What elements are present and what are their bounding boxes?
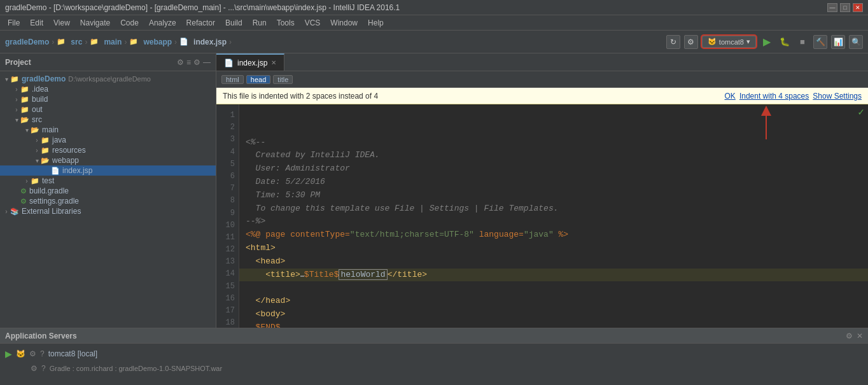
bc-tag-head[interactable]: head xyxy=(246,75,270,84)
tree-item-webapp[interactable]: ▾ 📂 webapp xyxy=(0,155,216,165)
bottom-panel-content: ▶ 🐱 ⚙ ? tomcat8 [local] ⚙ ? Gradle : com… xyxy=(0,344,868,385)
breadcrumb-src[interactable]: src xyxy=(71,38,82,46)
expand-arrow-gradledemo: ▾ xyxy=(3,76,10,83)
minimize-button[interactable]: — xyxy=(827,3,837,12)
build-artifacts-button[interactable]: 🔨 xyxy=(813,35,827,49)
debug-button[interactable]: 🐛 xyxy=(778,35,792,49)
tree-item-java[interactable]: › 📁 java xyxy=(0,135,216,145)
tree-item-out[interactable]: › 📁 out xyxy=(0,104,216,115)
checkmark-indicator: ✓ xyxy=(858,106,864,118)
code-editor[interactable]: 1 2 3 4 5 6 7 8 9 10 11 12 13 14 15 16 1… xyxy=(216,104,868,328)
tab-bar: 📄 index.jsp ✕ xyxy=(216,53,868,71)
sync-button[interactable]: ↻ xyxy=(666,35,680,49)
bottom-gear-icon[interactable]: ⚙ xyxy=(846,332,853,340)
breadcrumb-project[interactable]: gradleDemo xyxy=(5,38,49,46)
notification-text: This file is indented with 2 spaces inst… xyxy=(223,92,378,101)
editor-tab-indexjsp[interactable]: 📄 index.jsp ✕ xyxy=(216,53,284,71)
tree-item-build[interactable]: › 📁 build xyxy=(0,94,216,104)
run-button[interactable]: ▶ xyxy=(760,35,774,49)
menu-code[interactable]: Code xyxy=(115,17,144,29)
tab-label: index.jsp xyxy=(237,59,267,67)
menu-navigate[interactable]: Navigate xyxy=(75,17,115,29)
bc-tag-title[interactable]: title xyxy=(273,75,293,84)
menu-vcs[interactable]: VCS xyxy=(300,17,326,29)
restore-button[interactable]: □ xyxy=(840,3,850,12)
notification-ok-button[interactable]: OK xyxy=(725,92,736,101)
expand-arrow-out: › xyxy=(13,106,20,113)
settingsgradle-icon: ⚙ xyxy=(20,197,27,206)
code-comment-user: User: Administrator xyxy=(246,164,350,173)
tree-label-src: src xyxy=(32,115,42,124)
tab-file-icon: 📄 xyxy=(224,59,234,67)
deploy-sub-icon: ? xyxy=(41,364,46,373)
code-content[interactable]: <%-- Created by IntelliJ IDEA. User: Adm… xyxy=(239,104,868,328)
server-name: tomcat8 [local] xyxy=(48,349,97,358)
tree-label-external: External Libraries xyxy=(22,207,81,216)
code-head-close: </head> xyxy=(256,296,291,305)
menu-refactor[interactable]: Refactor xyxy=(181,17,220,29)
expand-arrow-test: › xyxy=(23,178,31,185)
breadcrumb-webapp[interactable]: webapp xyxy=(143,38,172,46)
menu-tools[interactable]: Tools xyxy=(272,17,300,29)
code-title-line: <title>$Title$heloWorld</title> xyxy=(239,269,868,282)
notification-settings-button[interactable]: Show Settings xyxy=(813,92,862,101)
tree-item-resources[interactable]: › 📁 resources xyxy=(0,145,216,155)
tree-label-webapp: webapp xyxy=(52,156,79,165)
bottom-close-icon[interactable]: ✕ xyxy=(857,332,863,340)
close-button[interactable]: ✕ xyxy=(853,3,863,12)
panel-settings-icon[interactable]: ⚙ xyxy=(193,58,200,67)
tree-item-settingsgradle[interactable]: ⚙ settings.gradle xyxy=(0,196,216,206)
breadcrumb-main[interactable]: main xyxy=(104,38,122,46)
tree-path-gradledemo: D:\workspace\gradleDemo xyxy=(68,75,151,83)
server-item-1[interactable]: ▶ 🐱 ⚙ ? tomcat8 [local] xyxy=(5,347,863,360)
menu-run[interactable]: Run xyxy=(248,17,272,29)
code-indent1 xyxy=(246,256,256,266)
panel-gear-icon[interactable]: ⚙ xyxy=(177,58,184,67)
tree-item-test[interactable]: › 📁 test xyxy=(0,176,216,186)
menu-view[interactable]: View xyxy=(48,17,75,29)
tree-label-idea: .idea xyxy=(32,85,48,94)
code-head-open: <head> xyxy=(256,256,286,266)
tree-item-idea[interactable]: › 📁 .idea xyxy=(0,84,216,94)
code-dollar-end: $END$ xyxy=(246,323,281,328)
tree-item-gradledemo[interactable]: ▾ 📁 gradleDemo D:\workspace\gradleDemo xyxy=(0,74,216,84)
server-item-2[interactable]: ⚙ ? Gradle : com.richard : gradleDemo-1.… xyxy=(5,363,863,374)
server-question-icon: ? xyxy=(40,349,45,358)
notification-indent-button[interactable]: Indent with 4 spaces xyxy=(739,92,809,101)
menu-edit[interactable]: Edit xyxy=(25,17,48,29)
breadcrumb-file[interactable]: index.jsp xyxy=(193,38,227,46)
stop-button[interactable]: ■ xyxy=(795,35,809,49)
run-config-selector[interactable]: 🐱 tomcat8 ▾ xyxy=(702,36,756,48)
search-everywhere-button[interactable]: 🔍 xyxy=(849,35,863,49)
menu-analyze[interactable]: Analyze xyxy=(144,17,181,29)
bottom-panel-title: Application Servers xyxy=(5,332,77,340)
notification-bar: This file is indented with 2 spaces inst… xyxy=(216,88,868,104)
main-layout: Project ⚙ ≡ ⚙ — ▾ 📁 gradleDemo D:\worksp… xyxy=(0,53,868,328)
panel-layout-icon[interactable]: ≡ xyxy=(186,58,191,67)
code-string-java: "java" xyxy=(524,230,554,239)
run-config-label: tomcat8 xyxy=(719,38,744,46)
toolbar: gradleDemo › 📁 src › 📁 main › 📁 webapp ›… xyxy=(0,31,868,53)
jsp-icon: 📄 xyxy=(51,167,60,175)
tree-item-main[interactable]: ▾ 📂 main xyxy=(0,125,216,135)
tree-item-buildgradle[interactable]: ⚙ build.gradle xyxy=(0,186,216,196)
editor-area: 📄 index.jsp ✕ html head title This file … xyxy=(216,53,868,328)
tree-item-external-libraries[interactable]: › 📚 External Libraries xyxy=(0,206,216,216)
config-button[interactable]: ⚙ xyxy=(684,35,698,49)
window-controls[interactable]: — □ ✕ xyxy=(827,3,863,12)
tree-item-src[interactable]: ▾ 📂 src xyxy=(0,115,216,125)
notification-actions: OK Indent with 4 spaces Show Settings xyxy=(725,92,862,101)
webapp-folder-icon: 📁 xyxy=(129,38,138,46)
menu-build[interactable]: Build xyxy=(220,17,248,29)
project-structure-button[interactable]: 📊 xyxy=(831,35,845,49)
code-comment-start: <%-- xyxy=(246,137,265,147)
menu-window[interactable]: Window xyxy=(325,17,363,29)
panel-close-icon[interactable]: — xyxy=(203,58,211,67)
bc-tag-html[interactable]: html xyxy=(221,75,244,84)
menu-help[interactable]: Help xyxy=(363,17,389,29)
tab-close-button[interactable]: ✕ xyxy=(271,59,276,66)
tree-item-indexjsp[interactable]: 📄 index.jsp xyxy=(0,165,216,176)
code-title-open-tag: <title> xyxy=(265,270,300,279)
menu-file[interactable]: File xyxy=(3,17,25,29)
run-controls: ↻ ⚙ 🐱 tomcat8 ▾ ▶ 🐛 ■ 🔨 📊 🔍 xyxy=(666,35,863,49)
